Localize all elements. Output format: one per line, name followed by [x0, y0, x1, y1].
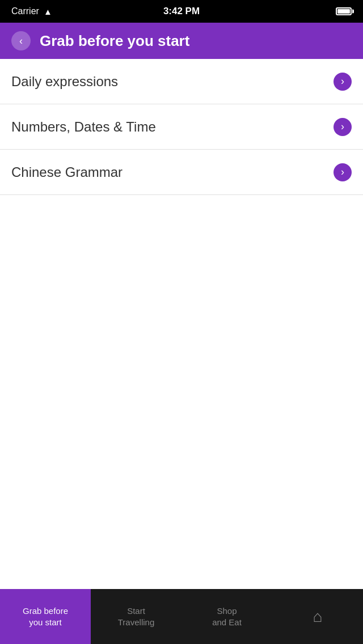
- tab-label: Shopand Eat: [212, 605, 242, 628]
- list-item-label: Numbers, Dates & Time: [11, 119, 156, 135]
- content-area: [0, 195, 363, 589]
- tab-grab-before-you-start[interactable]: Grab beforeyou start: [0, 589, 91, 644]
- back-button[interactable]: ‹: [11, 31, 31, 50]
- list-item-chinese-grammar[interactable]: Chinese Grammar ›: [0, 150, 363, 195]
- wifi-icon: ▲: [44, 7, 52, 16]
- chevron-right-icon: ›: [334, 163, 352, 181]
- header: ‹ Grab before you start: [0, 23, 363, 59]
- tab-label: Grab beforeyou start: [23, 605, 68, 628]
- chevron-right-icon: ›: [334, 118, 352, 136]
- list-item-numbers-dates-time[interactable]: Numbers, Dates & Time ›: [0, 104, 363, 150]
- status-bar: Carrier ▲ 3:42 PM: [0, 0, 363, 23]
- home-icon: ⌂: [313, 608, 323, 626]
- list-item-label: Daily expressions: [11, 74, 118, 90]
- status-right: [336, 7, 352, 15]
- carrier-label: Carrier: [11, 6, 39, 16]
- page-title: Grab before you start: [40, 32, 189, 50]
- tab-shop-and-eat[interactable]: Shopand Eat: [182, 589, 272, 644]
- tab-label: StartTravelling: [118, 605, 154, 628]
- status-time: 3:42 PM: [163, 6, 200, 17]
- list-item-label: Chinese Grammar: [11, 164, 123, 180]
- battery-icon: [336, 7, 352, 15]
- tab-bar: Grab beforeyou start StartTravelling Sho…: [0, 589, 363, 644]
- list-container: Daily expressions › Numbers, Dates & Tim…: [0, 59, 363, 195]
- chevron-right-icon: ›: [334, 73, 352, 91]
- tab-home[interactable]: ⌂: [272, 589, 363, 644]
- list-item-daily-expressions[interactable]: Daily expressions ›: [0, 59, 363, 104]
- status-left: Carrier ▲: [11, 6, 52, 16]
- tab-start-travelling[interactable]: StartTravelling: [91, 589, 182, 644]
